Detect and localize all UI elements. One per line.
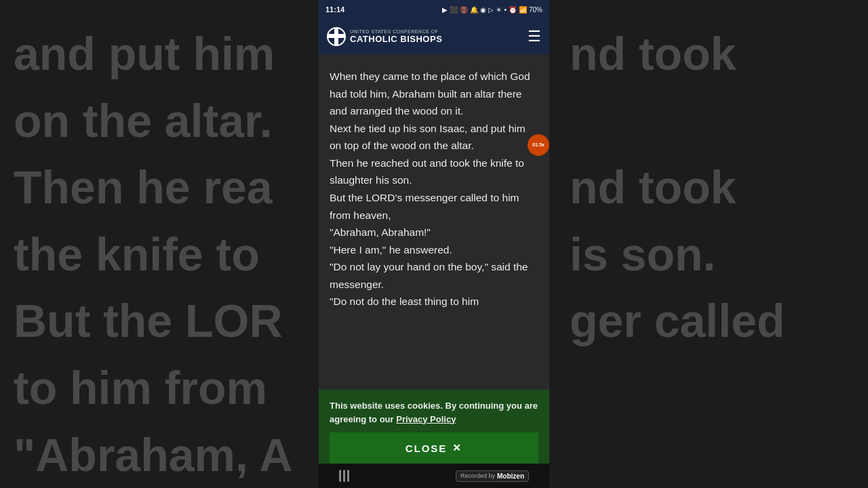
logo-area: UNITED STATES CONFERENCE OF CATHOLIC BIS… [327,27,442,46]
menu-button[interactable]: ☰ [528,28,541,45]
location-icon: ◉ [480,6,486,14]
video-badge[interactable]: 01:5x [528,134,549,156]
close-icon: ✕ [452,442,462,454]
weather-icon: ☀ [496,6,502,14]
play-icon: ▷ [488,6,494,14]
dot-icon: • [504,6,507,14]
scripture-text: When they came to the place of which God… [319,54,549,390]
svg-rect-1 [328,34,344,38]
notification-icon: 📵 [460,6,468,14]
nav-dot-2 [343,470,345,482]
main-content: When they came to the place of which God… [319,54,549,464]
sound-icon: 🔔 [470,6,478,14]
logo-bottom-line: CATHOLIC BISHOPS [350,35,442,44]
cookie-banner: This website uses cookies. By continuing… [319,390,549,464]
nav-dots [339,470,349,482]
video-time: 01:5x [532,142,545,148]
youtube-icon: ▶ [442,6,448,14]
app-header: UNITED STATES CONFERENCE OF CATHOLIC BIS… [319,19,549,54]
status-bar: 11:14 ▶ ⬛ 📵 🔔 ◉ ▷ ☀ • ⏰ 📶 70% [319,0,549,19]
status-icons: ▶ ⬛ 📵 🔔 ◉ ▷ ☀ • ⏰ 📶 70% [442,6,542,14]
nav-dot-1 [339,470,341,482]
alarm-icon: ⏰ [509,6,517,14]
phone-frame: 11:14 ▶ ⬛ 📵 🔔 ◉ ▷ ☀ • ⏰ 📶 70% UNITED STA… [319,0,549,488]
recorded-badge: Recorded by Mobizen [456,470,529,482]
close-label: CLOSE [406,443,448,454]
cookie-message: This website uses cookies. By continuing… [330,399,538,426]
wifi-icon: 📶 [519,6,527,14]
mobizen-logo: Mobizen [497,472,524,480]
close-button[interactable]: CLOSE ✕ [330,432,538,464]
nav-dot-3 [347,470,349,482]
recorded-text: Recorded by [460,472,495,479]
cross-logo-icon [327,27,346,46]
logo-text: UNITED STATES CONFERENCE OF CATHOLIC BIS… [350,29,442,44]
privacy-policy-link[interactable]: Privacy Policy [396,414,456,424]
battery-text: 70% [529,6,542,14]
status-time: 11:14 [326,5,344,14]
cast-icon: ⬛ [450,6,458,14]
bottom-nav-bar: Recorded by Mobizen [319,464,549,488]
